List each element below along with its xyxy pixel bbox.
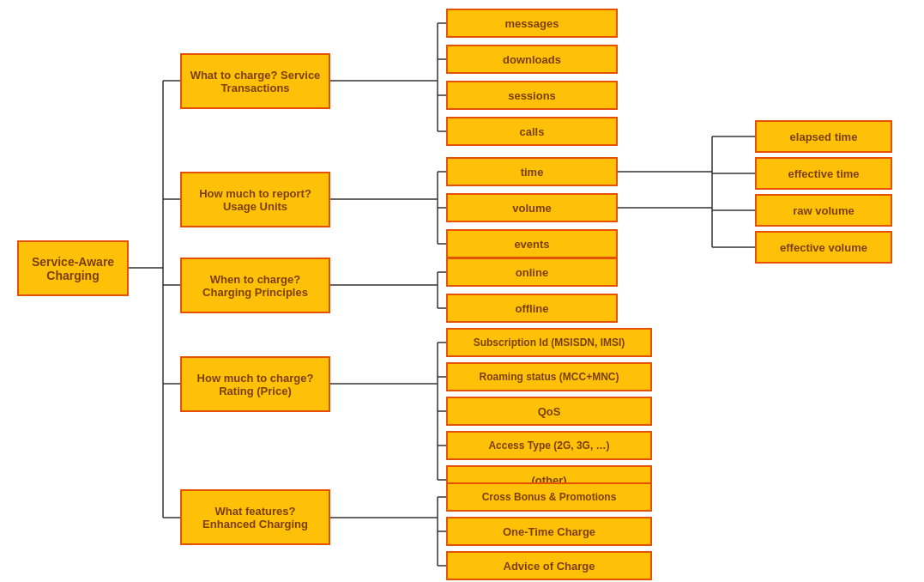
one-time-box: One-Time Charge	[446, 517, 652, 546]
cat5-box: What features? Enhanced Charging	[180, 489, 330, 545]
messages-box: messages	[446, 9, 618, 38]
effective-time-box: effective time	[755, 157, 892, 190]
effective-volume-box: effective volume	[755, 231, 892, 264]
cross-bonus-box: Cross Bonus & Promotions	[446, 482, 652, 512]
events-box: events	[446, 229, 618, 258]
cat2-box: How much to report? Usage Units	[180, 172, 330, 227]
cat4-box: How much to charge? Rating (Price)	[180, 356, 330, 412]
downloads-box: downloads	[446, 45, 618, 74]
offline-box: offline	[446, 294, 618, 323]
online-box: online	[446, 258, 618, 287]
time-box: time	[446, 157, 618, 186]
elapsed-time-box: elapsed time	[755, 120, 892, 153]
access-type-box: Access Type (2G, 3G, …)	[446, 431, 652, 460]
root-box: Service-Aware Charging	[17, 240, 129, 296]
roaming-box: Roaming status (MCC+MNC)	[446, 362, 652, 391]
volume-box: volume	[446, 193, 618, 222]
cat1-box: What to charge? Service Transactions	[180, 53, 330, 109]
calls-box: calls	[446, 117, 618, 146]
qos-box: QoS	[446, 397, 652, 426]
advice-box: Advice of Charge	[446, 551, 652, 580]
cat3-box: When to charge? Charging Principles	[180, 258, 330, 313]
raw-volume-box: raw volume	[755, 194, 892, 227]
sessions-box: sessions	[446, 81, 618, 110]
sub-id-box: Subscription Id (MSISDN, IMSI)	[446, 328, 652, 357]
diagram: Service-Aware Charging What to charge? S…	[0, 0, 924, 582]
